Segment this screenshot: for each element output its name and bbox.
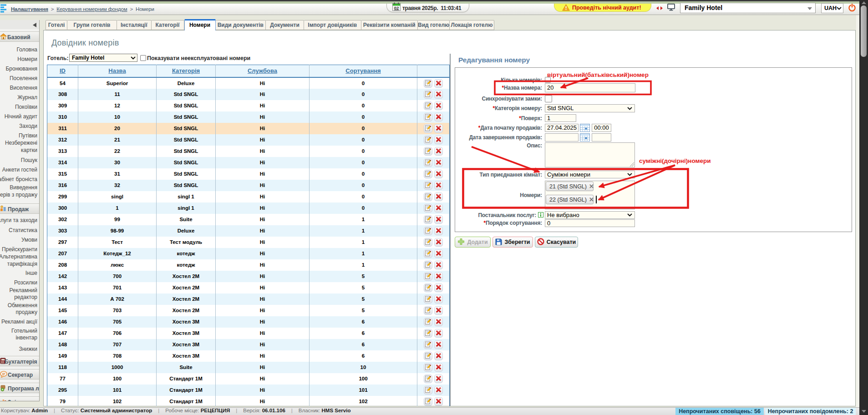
svg-text:02: 02 xyxy=(394,5,399,10)
